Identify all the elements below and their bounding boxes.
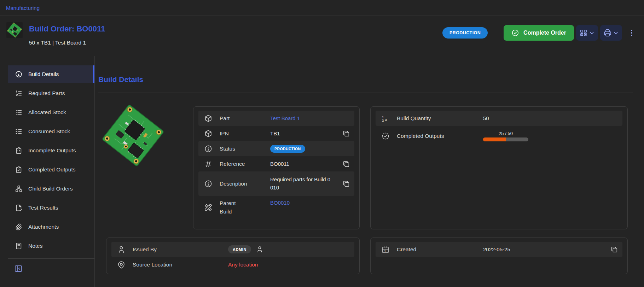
copy-button[interactable] — [342, 160, 350, 168]
panel-divider — [98, 93, 633, 93]
page-subtitle: 50 x TB1 | Test Board 1 — [29, 40, 105, 46]
list-numbers-icon — [15, 89, 23, 97]
app-root: Manufacturing Build Order: BO0011 50 x T… — [0, 0, 644, 56]
details-section: Part Test Board 1 IPN TB1 Status — [100, 106, 360, 229]
progress-label: 25 / 50 — [483, 131, 528, 136]
status-badge-small: PRODUCTION — [270, 145, 305, 153]
sidebar-item-label: Build Details — [28, 71, 59, 77]
sidebar-item-label: Attachments — [28, 224, 59, 230]
row-label: Source Location — [133, 260, 228, 269]
copy-button[interactable] — [342, 130, 350, 137]
detail-row-reference: Reference BO0011 — [198, 156, 354, 171]
printer-icon — [603, 29, 612, 37]
box-icon — [204, 129, 213, 138]
print-actions-button[interactable] — [600, 25, 622, 41]
sidebar-item-child-build-orders[interactable]: Child Build Orders — [8, 180, 94, 198]
chevron-down-icon — [589, 30, 595, 36]
paperclip-icon — [15, 223, 23, 231]
tools-icon — [204, 203, 213, 212]
qrcode-icon — [579, 29, 588, 37]
row-label: Part — [220, 114, 270, 122]
clipboard-list-icon — [15, 147, 23, 154]
detail-row-parent-build: Parent Build BO0010 — [198, 196, 354, 219]
copy-button[interactable] — [610, 246, 618, 253]
copy-icon — [342, 180, 350, 188]
title-block: Build Order: BO0011 50 x TB1 | Test Boar… — [29, 24, 105, 46]
sidebar-item-incomplete-outputs[interactable]: Incomplete Outputs — [8, 142, 94, 159]
ipn-value: TB1 — [270, 130, 342, 136]
sitemap-icon — [15, 185, 23, 193]
parent-build-link[interactable]: BO0010 — [270, 200, 350, 206]
info-circle-icon — [15, 70, 23, 78]
sidebar-item-consumed-stock[interactable]: Consumed Stock — [8, 123, 94, 140]
progress-fill — [483, 137, 506, 141]
quantity-row-build-quantity: 123 Build Quantity 50 — [376, 111, 622, 126]
part-image-wrap — [100, 106, 193, 169]
info-circle-icon — [204, 145, 213, 153]
build-details-card: Part Test Board 1 IPN TB1 Status — [193, 106, 360, 229]
quantity-row-completed-outputs: Completed Outputs 25 / 50 — [376, 126, 622, 146]
build-quantity-value: 50 — [483, 115, 618, 121]
user-icon — [256, 246, 263, 253]
breadcrumb-link-manufacturing[interactable]: Manufacturing — [6, 5, 40, 11]
sidebar: Build Details Required Parts Allocated S… — [0, 56, 95, 287]
sidebar-item-attachments[interactable]: Attachments — [8, 218, 94, 236]
sidebar-item-notes[interactable]: Notes — [8, 237, 94, 255]
sidebar-item-build-details[interactable]: Build Details — [8, 65, 94, 83]
info-circle-icon — [204, 180, 213, 188]
dots-vertical-icon — [627, 29, 636, 37]
map-pin-icon — [117, 260, 126, 269]
sidebar-item-label: Incomplete Outputs — [28, 147, 76, 154]
svg-text:2: 2 — [382, 118, 384, 122]
sidebar-item-allocated-stock[interactable]: Allocated Stock — [8, 104, 94, 121]
user-icon — [117, 245, 126, 254]
breadcrumb: Manufacturing — [0, 0, 644, 16]
reference-value: BO0011 — [270, 161, 342, 167]
calendar-icon: 1 — [381, 245, 390, 254]
issue-card: Issued By ADMIN Source Location Any loca… — [106, 238, 360, 274]
source-location-value: Any location — [228, 262, 350, 268]
part-link[interactable]: Test Board 1 — [270, 115, 350, 121]
sidebar-item-label: Consumed Stock — [28, 128, 70, 135]
complete-order-button[interactable]: Complete Order — [504, 25, 574, 41]
sidebar-item-required-parts[interactable]: Required Parts — [8, 84, 94, 102]
circle-check-icon — [511, 29, 519, 37]
svg-text:3: 3 — [385, 118, 387, 122]
pcb-image — [6, 22, 23, 38]
row-label: Created — [397, 245, 483, 253]
clipboard-check-icon — [15, 166, 23, 174]
header-actions: PRODUCTION Complete Order — [442, 25, 637, 41]
copy-icon — [342, 130, 350, 137]
list-check-icon — [15, 128, 23, 135]
status-value: PRODUCTION — [270, 145, 350, 153]
sidebar-collapse-button[interactable] — [14, 264, 24, 274]
page-title: Build Order: BO0011 — [29, 24, 105, 34]
sidebar-item-label: Completed Outputs — [28, 166, 76, 173]
created-value: 2022-05-25 — [483, 246, 610, 252]
part-image[interactable] — [100, 102, 166, 168]
user-badge: ADMIN — [228, 245, 251, 253]
sidebar-item-test-results[interactable]: Test Results — [8, 199, 94, 217]
copy-button[interactable] — [342, 180, 350, 188]
sidebar-item-label: Child Build Orders — [28, 186, 73, 192]
page-header: Build Order: BO0011 50 x TB1 | Test Boar… — [0, 16, 644, 56]
detail-row-ipn: IPN TB1 — [198, 126, 354, 141]
build-order-thumbnail[interactable] — [6, 22, 23, 38]
detail-row-description: Description Required parts for Build 001… — [198, 171, 354, 196]
detail-row-part: Part Test Board 1 — [198, 111, 354, 126]
sidebar-item-label: Notes — [28, 243, 43, 249]
qr-actions-button[interactable] — [576, 25, 598, 41]
file-check-icon — [15, 204, 23, 212]
status-badge: PRODUCTION — [442, 27, 488, 39]
panel-content: Part Test Board 1 IPN TB1 Status — [100, 106, 628, 274]
svg-text:1: 1 — [384, 250, 386, 253]
chevron-down-icon — [613, 30, 619, 36]
box-icon — [204, 114, 213, 123]
overflow-menu-button[interactable] — [626, 25, 637, 41]
main-panel: Build Details Part Test Board 1 — [95, 56, 644, 287]
copy-icon — [342, 160, 350, 168]
build-quantity-card: 123 Build Quantity 50 Completed Outputs … — [370, 106, 628, 229]
sidebar-item-completed-outputs[interactable]: Completed Outputs — [8, 161, 94, 178]
row-label: Build Quantity — [397, 114, 483, 122]
copy-icon — [610, 246, 618, 253]
